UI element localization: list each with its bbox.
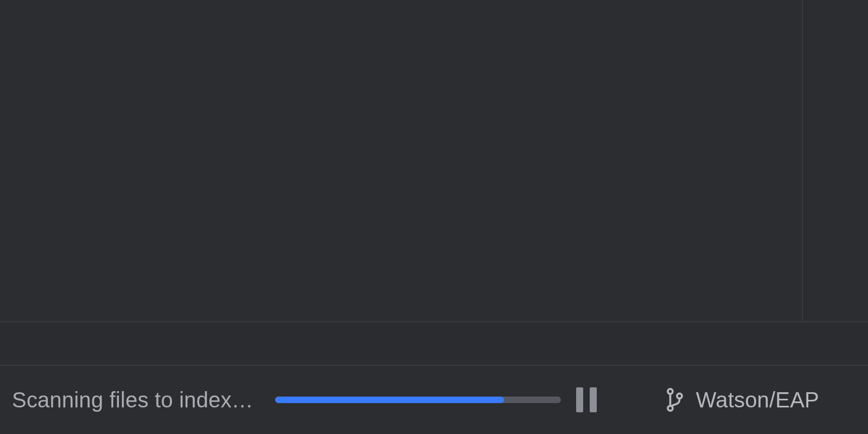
background-task-progress[interactable]: [275, 397, 561, 403]
pause-button[interactable]: [576, 387, 597, 412]
editor-area: [0, 0, 868, 321]
git-branch-name: Watson/EAP: [696, 388, 819, 412]
pause-icon: [576, 387, 583, 412]
editor-right-gutter: [802, 0, 868, 321]
git-branch-icon: [666, 387, 684, 413]
status-bar: Scanning files to index… Watson/EAP: [0, 365, 868, 434]
background-task-progress-fill: [275, 397, 504, 403]
editor-main-pane: [0, 0, 802, 321]
background-task-label[interactable]: Scanning files to index…: [0, 388, 253, 412]
tool-window-bar: [0, 321, 868, 367]
git-branch-widget[interactable]: Watson/EAP: [666, 387, 868, 413]
pause-icon: [590, 387, 597, 412]
